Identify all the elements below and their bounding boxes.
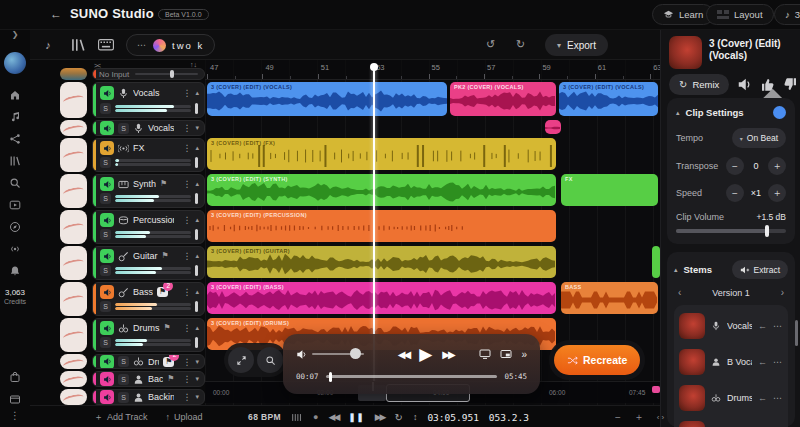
clip-3-cover-edit-vocals[interactable]: 3 (COVER) (EDIT) (VOCALS) (207, 82, 447, 116)
track-thumbnail[interactable] (60, 174, 87, 208)
stem-row-bass[interactable]: Bass←⋯ (679, 416, 783, 427)
input-select[interactable]: No Input (99, 70, 129, 79)
solo-button[interactable]: S (100, 337, 111, 348)
collapse-chevron-icon[interactable]: ▴ (195, 288, 199, 296)
solo-button[interactable]: S (100, 229, 111, 240)
record-button[interactable]: ● (313, 412, 318, 422)
clip-color-dot[interactable] (773, 106, 786, 119)
track-header[interactable]: Synth⚑⋮▴S (92, 174, 205, 208)
stem-more-icon[interactable]: ⋯ (773, 321, 783, 331)
panel-scrollbar[interactable] (795, 320, 798, 346)
skip-back-button[interactable]: ◀◀ (329, 412, 339, 422)
track-menu-icon[interactable]: ⋮ (182, 143, 191, 153)
clip-3-cover-edit-vocals[interactable]: 3 (COVER) (EDIT) (VOCALS) (559, 82, 658, 116)
solo-button[interactable]: S (100, 193, 111, 204)
track-menu-icon[interactable]: ⋮ (182, 251, 191, 261)
track-fader-handle[interactable] (195, 265, 198, 276)
clip-3-cover-edit-synth[interactable]: 3 (COVER) (EDIT) (SYNTH) (207, 174, 556, 206)
song-switcher-button[interactable]: ♪ 3 (774, 4, 800, 25)
sidebar-item-compass[interactable] (4, 216, 26, 238)
sidebar-expand-icon[interactable]: ❯ (12, 30, 19, 44)
export-button[interactable]: ▾ Export (545, 34, 608, 56)
track-menu-icon[interactable]: ⋮ (182, 323, 191, 333)
redo-icon[interactable]: ↻ (516, 38, 525, 51)
sidebar-item-bell[interactable] (4, 260, 26, 282)
input-fader[interactable] (135, 73, 198, 75)
mute-button[interactable] (100, 141, 114, 155)
sidebar-item-radio[interactable] (4, 238, 26, 260)
sidebar-item-library[interactable] (4, 150, 26, 172)
solo-button[interactable]: S (118, 123, 129, 134)
thumbs-down-icon[interactable] (783, 77, 798, 92)
credits[interactable]: 3,063 Credits (4, 288, 26, 307)
track-header[interactable]: SBacking⚑⋮▾ (92, 371, 205, 387)
collapse-chevron-icon[interactable]: ▴ (195, 324, 199, 332)
track-thumbnail[interactable] (60, 246, 87, 280)
rewind-button[interactable]: ◀◀ (398, 349, 409, 360)
monitor-icon[interactable] (479, 348, 491, 360)
clip-3-cover-edit-bass[interactable]: 3 (COVER) (EDIT) (BASS) (207, 282, 556, 314)
solo-button[interactable]: S (100, 265, 111, 276)
solo-button[interactable]: S (100, 103, 111, 114)
mute-button[interactable] (100, 390, 114, 404)
mute-button[interactable] (100, 249, 114, 263)
metronome-icon[interactable] (291, 413, 303, 422)
track-menu-icon[interactable]: ⋮ (182, 287, 191, 297)
zoom-in-button[interactable]: ＋ (634, 410, 644, 424)
track-thumbnail[interactable] (60, 210, 87, 244)
solo-button[interactable]: S (118, 392, 129, 403)
track-header[interactable]: Vocals⋮▴S (92, 82, 205, 118)
layout-button[interactable]: Layout (706, 4, 774, 25)
tab-song-icon[interactable]: ♪ (40, 37, 56, 53)
sidebar-item-bag[interactable] (4, 366, 26, 388)
collapse-chevron-icon[interactable]: ▴ (195, 252, 199, 260)
track-fader-handle[interactable] (195, 193, 198, 204)
song-more-icon[interactable]: ⋯ (137, 40, 147, 50)
add-track-button[interactable]: ＋Add Track (94, 411, 148, 424)
automation-flag-icon[interactable]: ⚑2 (157, 287, 168, 297)
bpm-display[interactable]: 68 BPM (248, 412, 281, 422)
collapse-chevron-icon[interactable]: ▴ (195, 216, 199, 224)
track-fader-handle[interactable] (195, 103, 198, 114)
track-menu-icon[interactable]: ⋮ (182, 179, 191, 189)
thumbs-up-icon[interactable] (760, 77, 775, 92)
track-header[interactable]: Bass⚑2⋮▴S (92, 282, 205, 316)
track-thumbnail[interactable] (60, 68, 87, 80)
current-song-pill[interactable]: ⋯ two k (126, 34, 215, 56)
tempo-select[interactable]: ▾ On Beat (732, 128, 786, 148)
track-thumbnail[interactable] (60, 120, 87, 136)
mute-button[interactable] (100, 372, 114, 386)
expand-chevron-icon[interactable]: ▾ (195, 358, 199, 366)
stem-import-icon[interactable]: ← (758, 357, 767, 367)
progress-slider[interactable] (326, 375, 498, 378)
stem-row-vocals[interactable]: Vocals←⋯ (679, 308, 783, 344)
mute-button[interactable] (100, 213, 114, 227)
track-thumbnail[interactable] (60, 138, 87, 172)
track-menu-icon[interactable]: ⋮ (182, 215, 191, 225)
stem-more-icon[interactable]: ⋯ (773, 393, 783, 403)
sidebar-item-box[interactable] (4, 388, 26, 410)
volume-slider[interactable] (312, 353, 364, 356)
solo-button[interactable]: S (118, 374, 129, 385)
track-fader-handle[interactable] (195, 157, 198, 168)
track-thumbnail[interactable] (60, 82, 87, 118)
sidebar-item-home[interactable] (4, 84, 26, 106)
speed-minus-button[interactable]: − (726, 184, 744, 202)
track-menu-icon[interactable]: ⋮ (182, 357, 191, 367)
sidebar-item-share[interactable] (4, 128, 26, 150)
follow-playhead-icon[interactable]: ↕ (413, 412, 418, 422)
automation-flag-icon[interactable]: ⚑ (160, 180, 167, 188)
collapse-chevron-icon[interactable]: ▴ (195, 144, 199, 152)
track-header[interactable]: SVocals⋮▾ (92, 120, 205, 136)
timeline-ruler[interactable]: 474951535557596163 (205, 60, 660, 80)
collapse-chevron-icon[interactable]: ▴ (676, 109, 680, 117)
stem-import-icon[interactable]: ← (758, 393, 767, 403)
track-menu-icon[interactable]: ⋮ (182, 123, 191, 133)
stem-row-drums[interactable]: Drums←⋯ (679, 380, 783, 416)
automation-flag-icon[interactable]: ⚑ (162, 252, 169, 260)
stem-import-icon[interactable]: ← (758, 321, 767, 331)
track-menu-icon[interactable]: ⋮ (182, 88, 191, 98)
tab-keyboard-icon[interactable] (98, 37, 114, 53)
fit-view-button[interactable] (228, 347, 254, 373)
pip-icon[interactable] (500, 348, 512, 360)
